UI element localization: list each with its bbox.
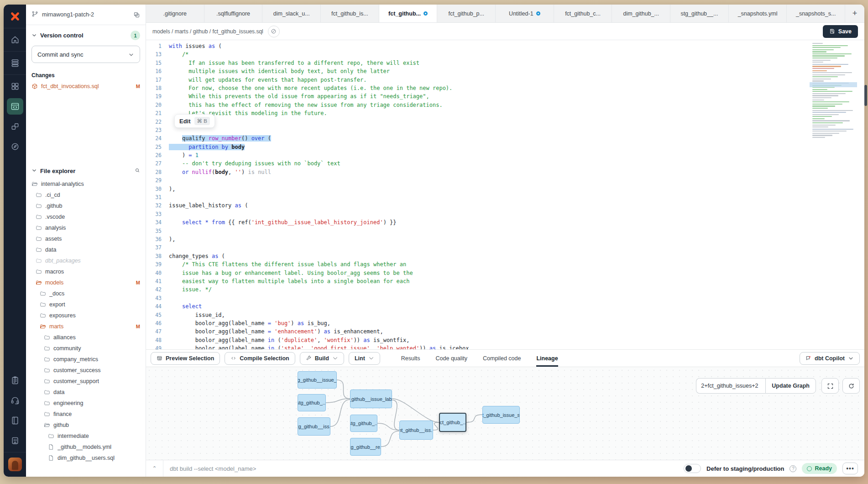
code-line[interactable]: 21 Let's revisit this modeling in the fu… xyxy=(146,109,864,117)
tab-stg_github__...[interactable]: stg_github__... xyxy=(670,5,729,22)
tab-_snapshots.yml[interactable]: _snapshots.yml xyxy=(729,5,787,22)
code-line[interactable]: 31 xyxy=(146,193,864,201)
tree-item-macros[interactable]: macros xyxy=(31,266,140,277)
code-line[interactable]: 30), xyxy=(146,185,864,193)
lint-button[interactable]: Lint xyxy=(349,352,380,365)
tree-item-.github[interactable]: .github xyxy=(31,200,140,211)
code-line[interactable]: 48 boolor_agg(label_name in ('duplicate'… xyxy=(146,336,864,344)
panel-tab-compiled-code[interactable]: Compiled code xyxy=(483,350,521,367)
dbt-copilot-button[interactable]: dbt Copilot xyxy=(800,352,860,365)
tree-item-analysis[interactable]: analysis xyxy=(31,222,140,233)
code-line[interactable]: 28 or nullif(body, '') is null xyxy=(146,168,864,176)
lineage-node-stg_github__re...[interactable]: stg_github__re... xyxy=(350,438,381,456)
tree-item-exposures[interactable]: exposures xyxy=(31,310,140,321)
code-line[interactable]: 38change_types as ( xyxy=(146,252,864,260)
code-line[interactable]: 32issue_label_history as ( xyxy=(146,201,864,210)
tree-item-community[interactable]: community xyxy=(31,343,140,354)
tab-.gitignore[interactable]: .gitignore xyxy=(146,5,204,22)
command-placeholder[interactable]: dbt build --select <model_name> xyxy=(170,465,256,472)
tree-item-dbt_packages[interactable]: dbt_packages xyxy=(31,255,140,266)
help-icon[interactable]: ? xyxy=(790,465,796,472)
code-line[interactable]: 26 ) = 1 xyxy=(146,151,864,159)
lineage-node-stg_github__issue_...[interactable]: stg_github__issue_... xyxy=(298,371,337,389)
rail-docs[interactable] xyxy=(7,412,23,429)
code-line[interactable]: 13 /* xyxy=(146,50,864,58)
tab-.sqlfluffignore[interactable]: .sqlfluffignore xyxy=(204,5,263,22)
rail-apps[interactable] xyxy=(7,78,23,95)
rail-orchestrate[interactable] xyxy=(7,118,23,135)
tree-item-dim_github__users.sql[interactable]: dim_github__users.sql xyxy=(31,452,140,463)
tab-dim_slack_u...[interactable]: dim_slack_u... xyxy=(262,5,321,22)
lineage-node-stg_github__iss...[interactable]: stg_github__iss... xyxy=(298,417,330,436)
code-line[interactable]: 18 For now, choose the one with more rec… xyxy=(146,84,864,92)
rail-support[interactable] xyxy=(7,392,23,409)
rail-projects[interactable] xyxy=(7,55,23,71)
code-line[interactable]: 24 qualify row_number() over ( xyxy=(146,134,864,142)
tree-item-export[interactable]: export xyxy=(31,299,140,310)
search-icon[interactable] xyxy=(135,167,140,175)
code-line[interactable]: 23 xyxy=(146,126,864,134)
compile-selection-button[interactable]: Compile Selection xyxy=(225,352,295,365)
code-line[interactable]: 37 xyxy=(146,243,864,252)
save-button[interactable]: Save xyxy=(823,25,858,38)
tree-item-marts[interactable]: martsM xyxy=(31,321,140,332)
more-options-button[interactable]: ••• xyxy=(842,463,858,474)
tree-item-company_metrics[interactable]: company_metrics xyxy=(31,354,140,365)
tree-item-internal-analytics[interactable]: internal-analytics xyxy=(31,179,140,189)
code-line[interactable]: 42 issue. */ xyxy=(146,285,864,294)
rail-dbt-logo[interactable] xyxy=(7,8,23,25)
changed-file-row[interactable]: fct_dbt_invocations.sql M xyxy=(31,83,140,89)
code-line[interactable]: 17 will get updates for events that happ… xyxy=(146,76,864,84)
tab-_snapshots_s...[interactable]: _snapshots_s... xyxy=(787,5,845,22)
tree-item-github[interactable]: github xyxy=(31,420,140,431)
tree-item-data[interactable]: data xyxy=(31,387,140,398)
page-scrollbar[interactable] xyxy=(864,85,867,106)
tab-fct_github...[interactable]: fct_github... xyxy=(379,5,438,22)
defer-toggle[interactable] xyxy=(684,464,701,473)
user-avatar[interactable] xyxy=(8,458,22,471)
tree-item-models[interactable]: modelsM xyxy=(31,277,140,288)
code-line[interactable]: 36), xyxy=(146,235,864,243)
lineage-node-stg_github_...[interactable]: stg_github_... xyxy=(298,394,326,411)
chevron-down-icon[interactable] xyxy=(31,167,37,175)
code-line[interactable]: 22 xyxy=(146,118,864,126)
refresh-button[interactable] xyxy=(842,378,860,394)
file-actions-button[interactable] xyxy=(268,26,280,37)
tree-item-assets[interactable]: assets xyxy=(31,233,140,244)
tree-item-customer_support[interactable]: customer_support xyxy=(31,376,140,387)
tab-fct_github_p...[interactable]: fct_github_p... xyxy=(437,5,496,22)
tree-item-.vscode[interactable]: .vscode xyxy=(31,211,140,222)
tab-dim_github_...[interactable]: dim_github_... xyxy=(612,5,670,22)
lineage-node-stg_github_...[interactable]: stg_github_... xyxy=(350,415,377,432)
code-line[interactable]: 29 xyxy=(146,176,864,184)
new-tab-button[interactable]: + xyxy=(845,5,864,22)
code-line[interactable]: 27 -- don't try deduping issues with no … xyxy=(146,159,864,168)
tree-item-.ci_cd[interactable]: .ci_cd xyxy=(31,189,140,200)
code-line[interactable]: 20 this has the effect of removing the n… xyxy=(146,101,864,109)
tree-item-_github__models.yml[interactable]: _github__models.yml xyxy=(31,442,140,452)
build-button[interactable]: Build xyxy=(300,352,344,365)
panel-tab-results[interactable]: Results xyxy=(401,350,420,367)
code-line[interactable]: 34 select * from {{ ref('int_github__iss… xyxy=(146,218,864,226)
tree-item-data[interactable]: data xyxy=(31,244,140,255)
tree-item-customer_success[interactable]: customer_success xyxy=(31,365,140,376)
panel-tab-lineage[interactable]: Lineage xyxy=(536,350,558,367)
lineage-node-fct_github_issue_s...[interactable]: fct_github_issue_s... xyxy=(482,406,520,424)
branch-name[interactable]: mirnawong1-patch-2 xyxy=(42,11,130,18)
update-graph-button[interactable]: Update Graph xyxy=(765,378,816,394)
tree-item-_docs[interactable]: _docs xyxy=(31,288,140,299)
rail-explore[interactable] xyxy=(7,138,23,155)
code-line[interactable]: 16 multiple issues with identical body t… xyxy=(146,67,864,75)
collapse-command-bar[interactable]: ⌃ xyxy=(146,460,163,477)
panel-tab-code-quality[interactable]: Code quality xyxy=(436,350,468,367)
rail-develop[interactable] xyxy=(7,98,23,115)
code-line[interactable]: 39 /* This CTE flattens the different is… xyxy=(146,260,864,268)
preview-selection-button[interactable]: Preview Selection xyxy=(151,352,220,365)
code-line[interactable]: 19 While this prevents the old issue fro… xyxy=(146,92,864,100)
code-line[interactable]: 40 issue has a bug or enhancement label.… xyxy=(146,269,864,277)
tab-Untitled-1[interactable]: Untitled-1 xyxy=(496,5,554,22)
rail-organization[interactable] xyxy=(7,432,23,449)
minimap[interactable] xyxy=(810,43,857,141)
code-line[interactable]: 46 boolor_agg(label_name = 'bug') as is_… xyxy=(146,319,864,327)
code-line[interactable]: 47 boolor_agg(label_name = 'enhancement'… xyxy=(146,327,864,336)
